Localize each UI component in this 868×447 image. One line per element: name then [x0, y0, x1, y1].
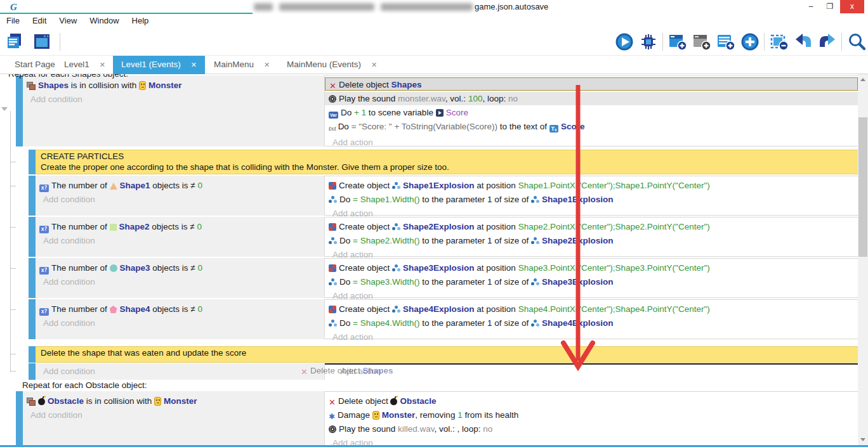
add-action-link[interactable]: Add action	[329, 331, 858, 344]
event-bar	[29, 150, 36, 174]
menu-file[interactable]: File	[0, 14, 26, 25]
tab-start-page[interactable]: Start Page	[6, 56, 63, 74]
add-action-link[interactable]: Add action	[329, 437, 858, 445]
repeat-header-clipped[interactable]: Repeat for each Shapes object:	[8, 74, 128, 79]
menu-help[interactable]: Help	[126, 14, 155, 25]
create-icon	[329, 264, 336, 272]
action-row[interactable]: Create object Shape1Explosion at positio…	[325, 179, 858, 192]
minimize-button[interactable]: –	[802, 0, 820, 13]
text-segment: to the text of	[497, 122, 549, 131]
event-bar	[16, 75, 23, 146]
action-row[interactable]: Do = Shape2.Width() to the parameter 1 o…	[325, 234, 858, 247]
undo-icon[interactable]	[793, 32, 813, 52]
search-icon[interactable]	[846, 32, 867, 52]
collapse-arrow-icon[interactable]	[1, 107, 8, 111]
action-row[interactable]: Delete object Obstacle	[325, 394, 858, 408]
gdevelop-logo-icon: G	[10, 2, 20, 12]
menu-window[interactable]: Window	[83, 14, 125, 25]
toolbar-separator	[841, 33, 842, 51]
sound-icon	[329, 425, 336, 433]
action-row[interactable]: Do = "Score: " + ToString(Variable(Score…	[325, 120, 858, 133]
debug-icon[interactable]	[638, 32, 659, 52]
action-row[interactable]: Delete object Shapes	[325, 77, 858, 91]
add-comment-icon[interactable]	[716, 32, 736, 52]
text-segment: Score	[561, 122, 585, 131]
add-subevent-icon[interactable]	[692, 32, 712, 52]
tab-level1-events-[interactable]: Level1 (Events)✕	[113, 56, 205, 74]
play-icon[interactable]	[614, 32, 635, 52]
sound-icon	[329, 95, 336, 103]
shape3-icon	[110, 264, 117, 272]
redo-icon[interactable]	[817, 32, 838, 52]
action-row[interactable]: Do + 1 to scene variable Score	[325, 106, 858, 119]
condition-row[interactable]: Obstacle is in collision with Monster	[23, 394, 325, 408]
blurred-title-segment	[381, 3, 473, 11]
action-row[interactable]: Play the sound monster.wav, vol.: 100, l…	[325, 92, 858, 105]
vertical-scrollbar[interactable]	[858, 74, 868, 445]
menu-view[interactable]: View	[53, 14, 83, 25]
tab-close-icon[interactable]: ✕	[371, 61, 377, 68]
tab-level1[interactable]: Level1✕	[56, 56, 114, 74]
condition-row[interactable]: The number of Shape4 objects is ≠ 0	[36, 302, 325, 316]
action-row[interactable]: Damage Monster, removing 1 from its heal…	[325, 408, 858, 422]
toolbar-separator	[764, 33, 765, 51]
evt-shape1: The number of Shape1 objects is ≠ 0Add c…	[0, 176, 858, 216]
text-segment: , vol.:	[445, 94, 468, 103]
shape1-icon	[110, 183, 117, 190]
add-event-icon[interactable]	[667, 32, 688, 52]
tab-close-icon[interactable]: ✕	[264, 61, 270, 68]
text-segment: Do	[339, 195, 353, 204]
action-row[interactable]: Create object Shape3Explosion at positio…	[325, 261, 858, 275]
text-segment: Do	[339, 318, 353, 328]
text-segment: Shapes	[38, 81, 69, 90]
action-row[interactable]: Create object Shape4Explosion at positio…	[325, 302, 858, 316]
condition-row[interactable]: The number of Shape2 objects is ≠ 0	[36, 220, 325, 233]
action-row[interactable]: Do = Shape4.Width() to the parameter 1 o…	[325, 316, 858, 330]
preview-window-icon[interactable]	[32, 32, 52, 52]
add-action-link[interactable]: Add action	[337, 365, 858, 378]
scroll-down-arrow-icon[interactable]	[860, 438, 865, 441]
tab-close-icon[interactable]: ✕	[191, 61, 197, 68]
text-segment: monster.wav	[398, 94, 445, 103]
tab-label: Level1 (Events)	[121, 60, 181, 69]
action-row[interactable]: Create object Shape2Explosion at positio…	[325, 220, 858, 233]
text-segment: Shape3Explosion	[403, 263, 475, 273]
text-segment: Do	[341, 108, 354, 117]
add-action-link[interactable]: Add action	[329, 136, 858, 149]
tab-close-icon[interactable]: ✕	[100, 61, 105, 68]
events-sheet: Repeat for each Shapes object:Shapes is …	[0, 74, 858, 445]
scrollbar-thumb[interactable]	[858, 117, 867, 257]
menu-bar: FileEditViewWindowHelp	[0, 14, 868, 28]
close-button[interactable]: x	[840, 0, 864, 13]
text-segment: Shapes	[362, 366, 393, 375]
tab-mainmenu-events-[interactable]: MainMenu (Events)✕	[279, 56, 385, 74]
remove-selection-icon[interactable]	[769, 32, 789, 52]
condition-row[interactable]: The number of Shape1 objects is ≠ 0	[36, 179, 325, 192]
text-segment: Delete object	[338, 396, 391, 406]
count-icon	[39, 185, 49, 192]
action-row[interactable]: Do = Shape1.Width() to the parameter 1 o…	[325, 193, 858, 206]
add-plus-icon[interactable]	[740, 32, 760, 52]
damage-icon	[329, 412, 335, 421]
tree-branch-line	[10, 162, 16, 162]
comment-block[interactable]: CREATE PARTICLESCreate the proper one ac…	[36, 150, 858, 174]
action-row[interactable]: Play the sound killed.wav, vol.: , loop:…	[325, 422, 858, 436]
tab-mainmenu[interactable]: MainMenu✕	[206, 56, 278, 74]
particle-icon	[531, 278, 539, 286]
scroll-up-arrow-icon[interactable]	[860, 78, 865, 81]
blurred-title-segment	[254, 3, 273, 11]
text-segment: Score	[446, 108, 468, 117]
count-icon	[39, 308, 49, 316]
text-segment: Shape1Explosion	[403, 181, 475, 190]
text-segment: is in collision with	[69, 81, 139, 90]
condition-row[interactable]: The number of Shape3 objects is ≠ 0	[36, 261, 325, 275]
maximize-button[interactable]: ❐	[821, 0, 839, 13]
comment-block[interactable]: Delete the shape that was eaten and upda…	[36, 346, 858, 363]
tree-branch-line	[10, 354, 16, 354]
text-segment: Play the sound	[339, 424, 398, 434]
menu-edit[interactable]: Edit	[26, 14, 53, 25]
repeat-header[interactable]: Repeat for each Obstacle object:	[22, 380, 147, 390]
project-manager-icon[interactable]	[5, 32, 25, 52]
action-row[interactable]: Do = Shape3.Width() to the parameter 1 o…	[325, 275, 858, 288]
condition-row[interactable]: Shapes is in collision with Monster	[23, 79, 325, 92]
